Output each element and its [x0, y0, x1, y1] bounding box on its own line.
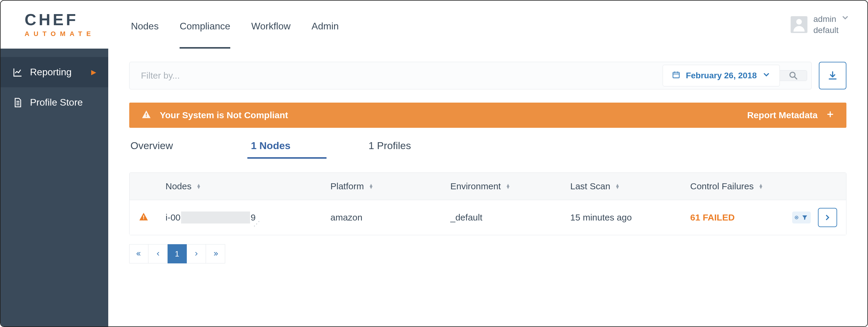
cell-failures: 61 FAILED — [690, 212, 735, 222]
page-1[interactable]: 1 — [167, 244, 187, 263]
sidebar-item-label: Reporting — [30, 67, 72, 78]
chevron-down-icon — [841, 13, 849, 25]
banner-message: Your System is Not Compliant — [160, 110, 288, 120]
calendar-icon — [672, 70, 680, 81]
profile-name: admin — [813, 14, 836, 25]
col-header-platform[interactable]: Platform ▲▼ — [331, 181, 450, 191]
logo-sub: AUTOMATE — [25, 30, 95, 38]
resize-handle-icon: ⋰ — [253, 220, 260, 228]
tab-overview[interactable]: Overview — [130, 140, 173, 157]
report-metadata-button[interactable]: Report Metadata — [747, 110, 834, 121]
date-picker[interactable]: February 26, 2018 — [662, 65, 780, 86]
page-last[interactable] — [206, 244, 225, 263]
avatar — [790, 16, 807, 33]
sort-icon: ▲▼ — [369, 184, 374, 189]
sort-icon: ▲▼ — [758, 184, 763, 189]
table-row: i-00 9 ⋰ amazon _default 15 minutes ago … — [129, 200, 846, 235]
compliance-banner: Your System is Not Compliant Report Meta… — [129, 102, 846, 128]
tab-profiles[interactable]: 1 Profiles — [369, 140, 411, 157]
main-content: February 26, 2018 — [108, 49, 867, 326]
svg-rect-1 — [673, 72, 679, 78]
col-header-environment[interactable]: Environment ▲▼ — [450, 181, 570, 191]
tab-nodes[interactable]: 1 Nodes — [251, 140, 290, 157]
page-next[interactable] — [187, 244, 206, 263]
profile-org: default — [813, 25, 849, 36]
date-label: February 26, 2018 — [686, 71, 757, 80]
chevron-down-icon — [762, 70, 771, 81]
sort-icon: ▲▼ — [505, 184, 510, 189]
cell-last-scan: 15 minutes ago — [570, 212, 632, 222]
warning-icon — [138, 211, 149, 224]
svg-point-3 — [146, 116, 147, 117]
col-header-control-failures[interactable]: Control Failures ▲▼ — [690, 181, 792, 191]
pagination: 1 — [129, 244, 846, 263]
caret-right-icon: ▶ — [91, 68, 96, 76]
add-filter-button[interactable] — [792, 211, 811, 224]
nav-workflow[interactable]: Workflow — [251, 4, 290, 49]
sort-icon: ▲▼ — [615, 184, 620, 189]
sidebar-item-label: Profile Store — [30, 97, 83, 108]
node-id: i-00 9 ⋰ — [165, 211, 256, 224]
svg-point-4 — [143, 218, 144, 219]
filter-row: February 26, 2018 — [129, 62, 846, 89]
sidebar: Reporting ▶ Profile Store — [1, 49, 108, 326]
tabs: Overview 1 Nodes 1 Profiles — [129, 140, 846, 157]
sort-icon: ▲▼ — [196, 184, 201, 189]
document-icon — [12, 97, 23, 108]
col-header-last-scan[interactable]: Last Scan ▲▼ — [570, 181, 690, 191]
top-nav: Nodes Compliance Workflow Admin — [131, 1, 339, 49]
banner-action-label: Report Metadata — [747, 110, 818, 120]
page-prev[interactable] — [148, 244, 167, 263]
chart-line-icon — [12, 67, 23, 78]
search-button[interactable] — [780, 70, 807, 81]
sidebar-item-profile-store[interactable]: Profile Store — [1, 87, 108, 118]
nav-nodes[interactable]: Nodes — [131, 4, 159, 49]
row-detail-button[interactable] — [818, 208, 837, 227]
nav-admin[interactable]: Admin — [312, 4, 339, 49]
page-first[interactable] — [129, 244, 148, 263]
redacted-text — [181, 211, 250, 224]
logo: CHEF AUTOMATE — [25, 11, 95, 38]
download-button[interactable] — [819, 62, 846, 89]
profile-menu[interactable]: admin default — [790, 13, 849, 36]
svg-point-0 — [796, 19, 802, 25]
col-header-nodes[interactable]: Nodes ▲▼ — [165, 181, 331, 191]
logo-main: CHEF — [25, 11, 95, 28]
warning-icon — [141, 109, 151, 121]
filter-input[interactable] — [140, 70, 662, 81]
nodes-table: Nodes ▲▼ Platform ▲▼ Environment ▲▼ Last… — [129, 173, 846, 235]
filter-box: February 26, 2018 — [129, 62, 812, 89]
plus-icon — [826, 110, 834, 121]
sidebar-item-reporting[interactable]: Reporting ▶ — [1, 57, 108, 87]
cell-environment: _default — [450, 212, 483, 222]
nav-compliance[interactable]: Compliance — [180, 4, 230, 49]
top-header: CHEF AUTOMATE Nodes Compliance Workflow … — [1, 1, 867, 49]
table-header: Nodes ▲▼ Platform ▲▼ Environment ▲▼ Last… — [129, 173, 846, 200]
cell-platform: amazon — [331, 212, 363, 222]
